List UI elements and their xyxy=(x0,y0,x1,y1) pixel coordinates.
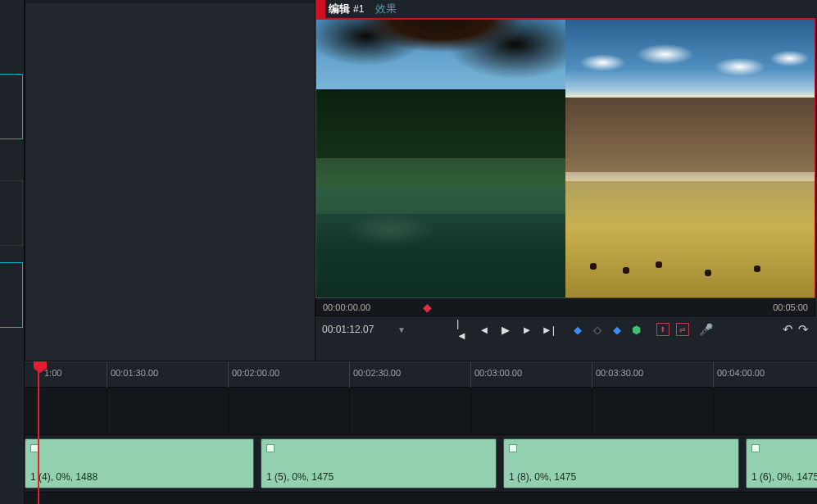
overwrite-edit-icon[interactable]: ⇄ xyxy=(676,323,689,336)
preview-tabs: 编辑 #1 效果 xyxy=(315,0,817,18)
timeline-gutter xyxy=(0,361,25,504)
clip[interactable]: 1 (4), 0%, 1488 xyxy=(25,438,254,488)
mark-out-icon[interactable]: ◆ xyxy=(610,323,624,336)
sidebar-panel-2[interactable] xyxy=(0,180,23,246)
undo-button[interactable]: ↶ xyxy=(783,322,793,337)
timecode-dropdown-icon[interactable]: ▼ xyxy=(393,325,411,334)
clip-handle-icon[interactable] xyxy=(509,444,517,452)
ruler-tick-label: 00:03:00.00 xyxy=(471,368,522,378)
clip-handle-icon[interactable] xyxy=(266,444,275,452)
preview-image-right xyxy=(565,20,815,297)
transport-bar: 00:01:12.07 ▼ |◄ ◄ ▶ ► ►| ◆ ◇ ◆ ⬢ ⬆ ⇄ 🎤 … xyxy=(315,316,815,339)
tab-edit-number: #1 xyxy=(353,3,370,15)
sidebar-panel-3[interactable] xyxy=(0,262,23,328)
preview-image-left xyxy=(316,20,565,297)
playhead-line xyxy=(38,361,39,504)
transport-controls: |◄ ◄ ▶ ► ►| xyxy=(456,323,555,336)
ruler-tick-label: 00:04:00.00 xyxy=(714,368,765,378)
preview-panel: 编辑 #1 效果 00:00:00.00 ◆ 00:05:00 00:01:12… xyxy=(315,0,817,361)
undo-redo-controls: ↶ ↷ xyxy=(783,322,809,337)
preview-mini-timeline[interactable]: 00:00:00.00 ◆ 00:05:00 xyxy=(315,298,815,316)
current-timecode[interactable]: 00:01:12.07 xyxy=(322,324,388,335)
left-sidebar xyxy=(0,0,25,361)
record-indicator-icon xyxy=(315,0,325,18)
clip-handle-icon[interactable] xyxy=(751,444,760,452)
mark-range-icon[interactable]: ⬢ xyxy=(630,323,643,336)
ruler-tick-label: 00:03:30.00 xyxy=(592,368,643,378)
ruler-tick-label: 00:01:30.00 xyxy=(107,368,158,378)
preview-viewport[interactable] xyxy=(315,18,815,298)
play-button[interactable]: ▶ xyxy=(499,323,512,336)
timeline-ruler[interactable]: 1:00 00:01:30.00 00:02:00.00 00:02:30.00… xyxy=(0,361,817,388)
clip[interactable]: 1 (5), 0%, 1475 xyxy=(261,438,497,488)
mini-timeline-start: 00:00:00.00 xyxy=(323,302,370,312)
tab-effects[interactable]: 效果 xyxy=(370,2,402,16)
clip-label: 1 (8), 0%, 1475 xyxy=(509,471,576,483)
clip-label: 1 (6), 0%, 1475 xyxy=(751,471,817,483)
clip-label: 1 (5), 0%, 1475 xyxy=(266,471,334,483)
clip[interactable]: 1 (6), 0%, 1475 xyxy=(746,438,817,488)
main-timeline: 1:00 00:01:30.00 00:02:00.00 00:02:30.00… xyxy=(0,361,817,504)
edit-tool-controls: ⬆ ⇄ 🎤 xyxy=(656,323,713,336)
clip[interactable]: 1 (8), 0%, 1475 xyxy=(503,438,739,488)
marker-controls: ◆ ◇ ◆ ⬢ xyxy=(571,323,643,336)
mid-empty-panel xyxy=(25,0,315,361)
tracks-spacer xyxy=(0,388,817,435)
ruler-tick-label: 00:02:00.00 xyxy=(229,368,279,378)
tab-edit[interactable]: 编辑 xyxy=(325,2,353,16)
mini-timeline-end: 00:05:00 xyxy=(773,302,808,312)
mark-clear-icon[interactable]: ◇ xyxy=(591,323,604,336)
step-back-button[interactable]: ◄ xyxy=(478,323,491,336)
go-first-button[interactable]: |◄ xyxy=(456,323,470,336)
ruler-tick-label: 00:02:30.00 xyxy=(350,368,401,378)
clip-label: 1 (4), 0%, 1488 xyxy=(30,471,98,483)
video-track[interactable]: 1 (4), 0%, 1488 1 (5), 0%, 1475 1 (8), 0… xyxy=(0,435,817,493)
step-forward-button[interactable]: ► xyxy=(520,323,533,336)
redo-button[interactable]: ↷ xyxy=(798,322,809,337)
mark-in-icon[interactable]: ◆ xyxy=(571,323,584,336)
insert-edit-icon[interactable]: ⬆ xyxy=(656,323,669,336)
microphone-icon[interactable]: 🎤 xyxy=(699,323,713,336)
go-last-button[interactable]: ►| xyxy=(542,323,555,336)
sidebar-panel-1[interactable] xyxy=(0,74,23,139)
mini-timeline-marker-icon[interactable]: ◆ xyxy=(423,301,432,314)
